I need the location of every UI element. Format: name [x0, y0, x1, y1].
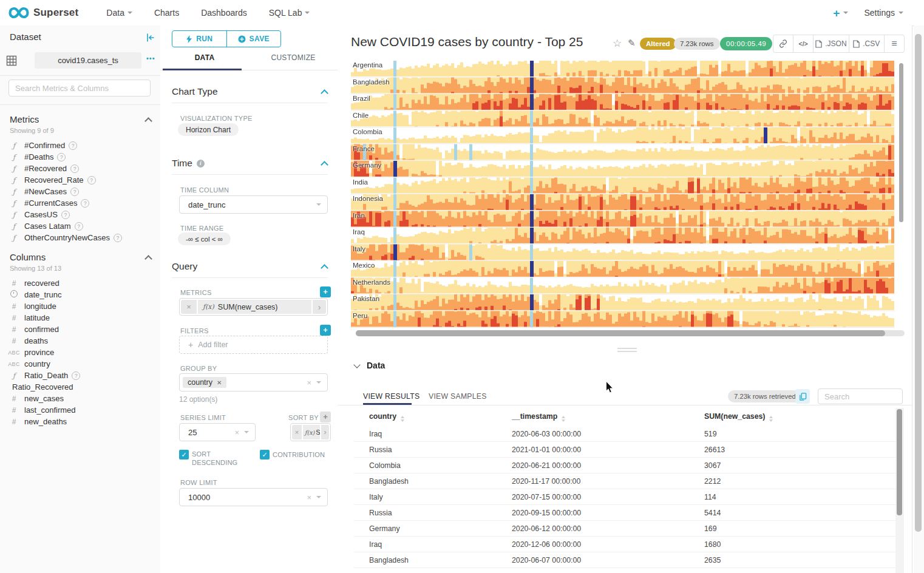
metric-item[interactable]: ƒ Recovered_Rate ?	[0, 174, 160, 186]
share-link-button[interactable]	[773, 35, 793, 52]
viz-type-value[interactable]: Horizon Chart	[178, 123, 239, 136]
settings-menu[interactable]: Settings	[864, 8, 903, 18]
metric-item[interactable]: ƒ #NewCases ?	[0, 186, 160, 197]
add-filter-button[interactable]: +	[320, 325, 331, 336]
table-scrollbar-thumb[interactable]	[897, 409, 902, 515]
clear-icon[interactable]: ×	[307, 378, 311, 387]
column-item[interactable]: ABC country ?	[0, 358, 160, 370]
favorite-star-icon[interactable]: ☆	[613, 37, 622, 50]
chart-horizontal-scrollbar-track[interactable]	[356, 330, 905, 336]
export-json-button[interactable]: .JSON	[813, 35, 848, 52]
horizon-chart[interactable]	[351, 61, 895, 329]
superset-logo[interactable]: Superset	[8, 7, 78, 19]
series-limit-select[interactable]: 25 ×	[179, 423, 256, 441]
sort-descending-checkbox[interactable]: ✓	[179, 450, 189, 459]
column-item[interactable]: date_trunc ?	[0, 289, 160, 300]
page-scrollbar-thumb[interactable]	[915, 34, 922, 532]
chevron-right-icon[interactable]: ›	[321, 425, 329, 439]
help-icon: ?	[61, 211, 70, 219]
collapse-panel-icon[interactable]	[146, 33, 155, 42]
nav-item-sql-lab[interactable]: SQL Lab	[258, 8, 321, 18]
column-item[interactable]: # recovered ?	[0, 277, 160, 289]
collapse-query-icon[interactable]	[321, 264, 328, 272]
clear-icon[interactable]: ×	[307, 493, 311, 502]
time-column-select[interactable]: date_trunc	[179, 195, 328, 214]
table-scrollbar-track[interactable]	[895, 408, 904, 573]
edit-title-icon[interactable]: ✎	[628, 38, 636, 49]
run-button[interactable]: RUN	[172, 31, 226, 47]
add-metric-button[interactable]: +	[320, 286, 331, 297]
metric-item[interactable]: ƒ OtherCountryNewCases ?	[0, 232, 160, 243]
nav-item-data[interactable]: Data	[95, 8, 143, 18]
time-range-value[interactable]: -∞ ≤ col < ∞	[178, 232, 231, 245]
tab-data[interactable]: DATA	[160, 53, 249, 62]
metric-item[interactable]: ƒ CasesUS ?	[0, 209, 160, 220]
table-header-sum[interactable]: SUM(new_cases)	[704, 412, 904, 422]
copy-data-button[interactable]	[795, 389, 810, 404]
group-by-tag[interactable]: country ✕	[183, 377, 226, 388]
help-icon: ?	[75, 222, 83, 231]
metric-item[interactable]: ƒ #CurrentCases ?	[0, 197, 160, 209]
new-menu[interactable]: +	[833, 7, 848, 19]
embed-code-button[interactable]: </>	[793, 35, 813, 52]
table-header-timestamp[interactable]: __timestamp	[512, 412, 704, 422]
metric-item[interactable]: ƒ #Confirmed ?	[0, 140, 160, 151]
chevron-down-icon	[316, 381, 321, 384]
dataset-more-icon[interactable]: •••	[146, 55, 155, 62]
panel-resize-handle[interactable]	[617, 348, 637, 349]
add-filter-dropzone[interactable]: + Add filter	[179, 336, 328, 354]
mouse-cursor	[604, 381, 615, 393]
column-item[interactable]: # last_confirmed ?	[0, 404, 160, 416]
chart-vertical-scrollbar[interactable]	[899, 63, 903, 222]
chart-menu-button[interactable]: ≡	[884, 35, 904, 52]
nav-item-charts[interactable]: Charts	[143, 8, 190, 18]
results-search-input[interactable]	[818, 388, 903, 404]
code-icon: </>	[799, 40, 808, 47]
collapse-chart-type-icon[interactable]	[321, 89, 328, 97]
table-header-country[interactable]: country	[354, 412, 512, 422]
tab-view-results[interactable]: VIEW RESULTS	[363, 392, 420, 401]
save-button[interactable]: SAVE	[226, 31, 281, 47]
chart-horizontal-scrollbar-thumb[interactable]	[356, 330, 885, 336]
panel-resize-handle[interactable]	[617, 351, 637, 352]
column-item[interactable]: # deaths ?	[0, 335, 160, 347]
column-item[interactable]: # new_deaths ?	[0, 416, 160, 427]
column-item[interactable]: Ratio_Recovered ?	[0, 381, 160, 393]
contribution-checkbox[interactable]: ✓	[260, 450, 270, 459]
column-item[interactable]: ABC province ?	[0, 347, 160, 358]
metric-item[interactable]: ƒ Cases Latam ?	[0, 220, 160, 232]
metric-pill[interactable]: × ƒ(x) SUM(new_cases) ›	[179, 298, 328, 316]
remove-metric-icon[interactable]: ×	[181, 300, 197, 314]
clear-icon[interactable]: ×	[234, 428, 239, 437]
column-item[interactable]: ƒ Ratio_Death ?	[0, 370, 160, 381]
collapse-time-icon[interactable]	[321, 161, 328, 169]
cell-sum: 3067	[704, 461, 904, 470]
page-scrollbar-track[interactable]	[914, 25, 924, 573]
tab-view-samples[interactable]: VIEW SAMPLES	[429, 392, 487, 401]
collapse-data-icon[interactable]	[353, 361, 360, 368]
metric-item[interactable]: ƒ #Deaths ?	[0, 151, 160, 163]
group-by-select[interactable]: country ✕ ×	[179, 373, 328, 392]
column-item[interactable]: # latitude ?	[0, 312, 160, 324]
remove-tag-icon[interactable]: ✕	[217, 379, 222, 386]
export-csv-button[interactable]: .CSV	[849, 35, 884, 52]
function-icon: ƒ	[5, 234, 23, 242]
dataset-selector[interactable]: covid19.cases_ts	[35, 52, 141, 69]
column-item[interactable]: # confirmed ?	[0, 324, 160, 335]
table-row: Iraq 2020-06-03 00:00:00 519	[354, 426, 904, 442]
sort-by-pill[interactable]: × ƒ(x) SUM(... ›	[290, 423, 331, 441]
cell-timestamp: 2020-12-06 00:00:00	[512, 540, 704, 549]
add-sort-button[interactable]: +	[320, 412, 331, 422]
altered-badge[interactable]: Altered	[640, 38, 676, 50]
search-input[interactable]	[8, 80, 151, 97]
metric-item[interactable]: ƒ #Recovered ?	[0, 163, 160, 174]
column-item[interactable]: # new_cases ?	[0, 393, 160, 404]
collapse-metrics-icon[interactable]	[144, 117, 152, 125]
collapse-columns-icon[interactable]	[144, 255, 152, 263]
nav-item-dashboards[interactable]: Dashboards	[190, 8, 258, 18]
column-item[interactable]: # longitude ?	[0, 300, 160, 312]
row-limit-select[interactable]: 10000 ×	[179, 488, 328, 506]
remove-sort-icon[interactable]: ×	[292, 425, 302, 439]
chevron-right-icon[interactable]: ›	[313, 300, 326, 314]
tab-customize[interactable]: CUSTOMIZE	[249, 53, 338, 62]
